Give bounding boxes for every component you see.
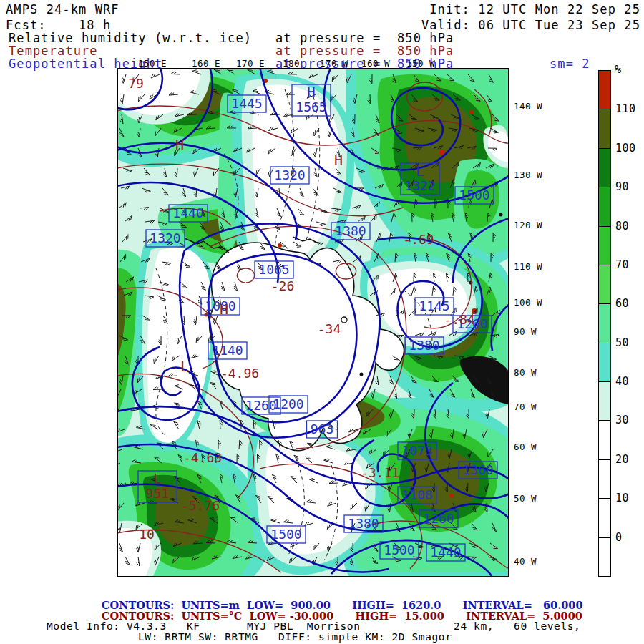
top-axis-label-3: 180 <box>283 58 300 69</box>
height-contour-label-8: 1140 <box>212 343 243 358</box>
height-contour-label-0: 1445 <box>231 96 262 111</box>
colorbar-tick-1: 100 <box>615 142 636 155</box>
height-contour-label-3: 1320 <box>150 230 180 245</box>
temperature-label-11: H <box>220 301 228 318</box>
model-info-line2: LW: RRTM SW: RRTMG DIFF: simple KM: 2D S… <box>138 631 452 643</box>
model-info-line1: Model Info: V4.3.3 KF MYJ PBL Morrison 2… <box>47 620 580 632</box>
right-axis-label-9: 50 W <box>514 493 537 504</box>
right-axis-label-7: 70 W <box>514 401 537 412</box>
height-contour-label-17: 1380 <box>348 516 379 531</box>
height-contour-label-4: 1380 <box>335 223 366 238</box>
temperature-label-10: H <box>175 136 184 153</box>
pressure-center-value-2: 951 <box>146 486 170 501</box>
temperature-label-3: -4.96 <box>220 366 259 381</box>
top-axis-label-1: 160 E <box>192 58 220 69</box>
colorbar-segment-0 <box>599 71 610 109</box>
colorbar-segment-3 <box>599 187 610 226</box>
right-axis-label-5: 90 W <box>514 326 537 337</box>
height-contour-label-19: 1500 <box>270 527 301 542</box>
colorbar-tick-4: 70 <box>615 258 629 271</box>
colorbar-segment-10 <box>599 460 610 499</box>
colorbar-tick-5: 60 <box>615 297 629 310</box>
height-contour-label-10: 1260 <box>245 398 276 413</box>
humidity-colorbar <box>598 70 611 577</box>
colorbar-segment-7 <box>599 343 610 382</box>
temperature-label-5: -4.63 <box>183 450 222 465</box>
colorbar-segment-1 <box>599 109 610 148</box>
field-label-temperature: Temperature <box>9 44 98 57</box>
field-level-humidity: at pressure = 850 hPa <box>275 31 454 44</box>
colorbar-tick-2: 90 <box>615 180 629 193</box>
height-contour-label-16: 1360 <box>462 462 493 477</box>
height-contour-label-21: 963 <box>311 421 334 436</box>
valid-time: Valid: 06 UTC Tue 23 Sep 25 <box>421 19 640 31</box>
temperature-label-2: -34 <box>318 321 341 336</box>
colorbar-tick-8: 30 <box>615 414 629 426</box>
pressure-center-letter-0: H <box>307 84 315 100</box>
map-plot: 1445132014401320138015001065108011401200… <box>117 68 509 577</box>
colorbar-segment-11 <box>599 499 610 537</box>
height-contour-label-1: 1320 <box>274 167 305 182</box>
colorbar-tick-3: 80 <box>615 220 629 233</box>
right-axis-label-1: 130 W <box>514 170 542 180</box>
colorbar-tick-10: 10 <box>615 492 629 504</box>
colorbar-tick-9: 20 <box>615 453 629 466</box>
top-axis-label-0: 150 E <box>138 58 167 69</box>
top-axis-label-5: 160 W <box>361 58 390 69</box>
colorbar-segment-4 <box>599 227 610 265</box>
init-time: Init: 12 UTC Mon 22 Sep 25 <box>429 3 640 16</box>
pressure-center-letter-1: L <box>416 163 424 179</box>
right-axis-label-8: 60 W <box>514 441 537 452</box>
wrf-forecast-chart-page: AMPS 24-km WRF Fcst: 18 h Init: 12 UTC M… <box>0 0 644 644</box>
height-contour-label-18: 1260 <box>423 511 454 526</box>
colorbar-segment-8 <box>599 382 610 421</box>
temperature-label-13: H <box>334 152 343 169</box>
temperature-label-1: -26 <box>271 278 295 293</box>
colorbar-tick-6: 50 <box>615 336 629 349</box>
forecast-hour: Fcst: 18 h <box>6 19 111 31</box>
right-axis-label-3: 110 W <box>514 261 542 272</box>
right-axis-label-10: 40 W <box>514 556 537 567</box>
antarctica-forecast-map: 1445132014401320138015001065108011401200… <box>117 68 509 577</box>
colorbar-unit-label: % <box>615 63 622 76</box>
island <box>360 373 364 376</box>
height-contour-label-6: 1065 <box>258 262 289 277</box>
model-title: AMPS 24-km WRF <box>6 3 119 16</box>
height-contour-label-11: 1145 <box>419 298 449 313</box>
field-label-humidity: Relative humidity (w.r.t. ice) <box>9 31 252 44</box>
colorbar-tick-7: 40 <box>615 375 629 388</box>
colorbar-segment-5 <box>599 265 610 304</box>
height-contour-label-22: 1500 <box>384 542 414 557</box>
temperature-label-4: -.69 <box>403 232 434 247</box>
colorbar-tick-0: 110 <box>615 102 636 115</box>
height-contour-label-5: 1500 <box>459 187 489 203</box>
height-contour-label-15: 1108 <box>401 487 432 502</box>
temperature-label-8: 10 <box>139 527 155 542</box>
temperature-label-6: -5.76 <box>181 498 220 513</box>
height-contour-label-9: 1200 <box>273 396 303 411</box>
height-contour-label-13: 1380 <box>409 338 439 353</box>
pressure-center-value-0: 1565 <box>296 99 326 114</box>
smoothing-label: sm= 2 <box>550 57 590 70</box>
colorbar-segment-12 <box>599 538 610 577</box>
pressure-center-letter-2: L <box>153 471 161 487</box>
top-axis-label-4: 170 W <box>320 58 348 69</box>
right-axis-label-6: 80 W <box>514 367 537 378</box>
right-axis-label-2: 120 W <box>514 220 542 230</box>
right-axis-label-4: 100 W <box>514 297 542 308</box>
island <box>341 317 347 323</box>
top-axis-label-6: 150 W <box>406 58 435 69</box>
colorbar-tick-11: 0 <box>615 531 623 544</box>
right-axis-label-0: 140 W <box>514 101 542 112</box>
temperature-label-9: -.84 <box>444 312 474 327</box>
pressure-center-value-1: 1322 <box>404 178 435 193</box>
temperature-label-0: 79 <box>128 76 144 91</box>
top-axis-label-2: 170 E <box>236 58 265 69</box>
field-level-temperature: at pressure = 850 hPa <box>275 44 454 57</box>
colorbar-segment-2 <box>599 149 610 187</box>
colorbar-segment-9 <box>599 421 610 459</box>
height-contour-label-14: 1073 <box>401 443 432 458</box>
temperature-label-12: L <box>180 358 189 375</box>
height-contour-label-2: 1440 <box>172 205 203 220</box>
height-contour-label-20: 1440 <box>430 545 461 560</box>
